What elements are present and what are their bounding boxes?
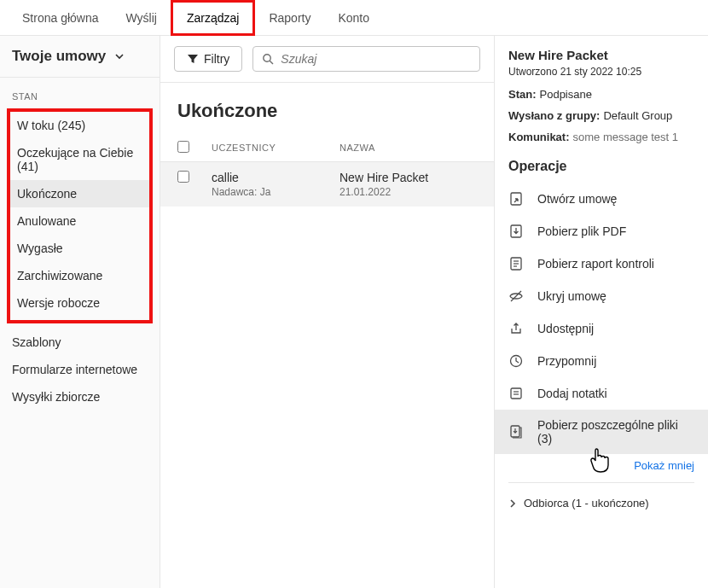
row-participant: callie — [212, 171, 339, 184]
op-label: Pobierz raport kontroli — [537, 257, 654, 271]
center-toolbar: Filtry — [160, 36, 494, 83]
message-value: some message test 1 — [573, 131, 679, 143]
col-header-name: NAZWA — [339, 143, 477, 153]
sidebar-templates[interactable]: Szablony — [0, 329, 160, 356]
chevron-down-icon — [114, 51, 125, 61]
stan-section-label: STAN — [0, 78, 160, 108]
hide-icon — [508, 288, 524, 304]
status-archived[interactable]: Zarchiwizowane — [10, 262, 149, 289]
right-panel: New Hire Packet Utworzono 21 sty 2022 10… — [495, 36, 708, 588]
op-add-notes[interactable]: Dodaj notatki — [495, 377, 708, 410]
op-download-pdf[interactable]: Pobierz plik PDF — [495, 215, 708, 247]
op-label: Otwórz umowę — [537, 192, 617, 206]
nav-home[interactable]: Strona główna — [9, 3, 113, 33]
sidebar-title: Twoje umowy — [12, 48, 106, 65]
group-label: Wysłano z grupy: — [508, 109, 600, 122]
row-sender: Nadawca: Ja — [212, 186, 339, 198]
search-icon — [262, 53, 274, 65]
nav-reports[interactable]: Raporty — [255, 3, 324, 33]
operations-title: Operacje — [508, 159, 694, 174]
svg-line-8 — [511, 291, 521, 301]
status-cancelled[interactable]: Anulowane — [10, 207, 149, 235]
top-nav: Strona główna Wyślij Zarządzaj Raporty K… — [0, 0, 708, 36]
show-less-link[interactable]: Pokaż mniej — [508, 454, 694, 474]
recipient-row[interactable]: Odbiorca (1 - ukończone) — [508, 482, 694, 523]
remind-icon — [508, 353, 524, 369]
op-remind[interactable]: Przypomnij — [495, 345, 708, 377]
filter-label: Filtry — [204, 52, 229, 66]
filter-button[interactable]: Filtry — [174, 46, 242, 72]
op-download-files[interactable]: Pobierz poszczególne pliki (3) — [495, 410, 708, 454]
nav-manage[interactable]: Zarządzaj — [171, 0, 255, 36]
row-name: New Hire Packet — [339, 171, 477, 184]
agreement-title: New Hire Packet — [508, 48, 694, 62]
search-wrap — [252, 46, 480, 72]
status-expired[interactable]: Wygasłe — [10, 235, 149, 262]
op-label: Dodaj notatki — [537, 387, 607, 400]
audit-report-icon — [508, 256, 524, 271]
download-pdf-icon — [508, 224, 524, 239]
message-row: Komunikat:some message test 1 — [508, 131, 694, 143]
row-date: 21.01.2022 — [339, 186, 477, 198]
op-download-audit[interactable]: Pobierz raport kontroli — [495, 247, 708, 280]
sidebar: Twoje umowy STAN W toku (245) Oczekujące… — [0, 36, 160, 588]
filter-icon — [187, 53, 199, 65]
svg-point-0 — [264, 55, 270, 61]
share-icon — [508, 321, 524, 336]
op-label: Pobierz poszczególne pliki (3) — [537, 418, 694, 445]
download-files-icon — [508, 424, 524, 440]
status-list-highlight: W toku (245) Oczekujące na Ciebie (41) U… — [7, 108, 153, 323]
col-header-participants: UCZESTNICY — [212, 143, 339, 153]
recipient-label: Odbiorca (1 - ukończone) — [524, 497, 649, 509]
op-label: Udostępnij — [537, 322, 594, 335]
stan-value: Podpisane — [540, 88, 592, 101]
select-all-checkbox[interactable] — [177, 141, 189, 153]
agreements-dropdown[interactable]: Twoje umowy — [0, 36, 160, 78]
center-content: Filtry Ukończone UCZESTNICY NAZWA callie… — [160, 36, 495, 588]
op-share[interactable]: Udostępnij — [495, 312, 708, 345]
svg-rect-10 — [511, 388, 521, 399]
status-waiting-for-you[interactable]: Oczekujące na Ciebie (41) — [10, 139, 149, 180]
search-input[interactable] — [281, 52, 471, 66]
svg-line-1 — [270, 61, 274, 64]
table-header: UCZESTNICY NAZWA — [160, 134, 494, 162]
status-drafts[interactable]: Wersje robocze — [10, 289, 149, 317]
center-title: Ukończone — [160, 83, 494, 134]
notes-icon — [508, 386, 524, 401]
table-row[interactable]: callie Nadawca: Ja New Hire Packet 21.01… — [160, 162, 494, 207]
created-label: Utworzono 21 sty 2022 10:25 — [508, 66, 694, 78]
op-label: Pobierz plik PDF — [537, 224, 626, 238]
stan-row: Stan:Podpisane — [508, 88, 694, 101]
op-label: Ukryj umowę — [537, 289, 606, 303]
nav-account[interactable]: Konto — [324, 3, 383, 33]
message-label: Komunikat: — [508, 131, 570, 143]
group-row: Wysłano z grupy:Default Group — [508, 109, 694, 122]
stan-label: Stan: — [508, 88, 537, 101]
row-checkbox[interactable] — [177, 171, 189, 183]
group-value: Default Group — [603, 109, 672, 122]
nav-send[interactable]: Wyślij — [113, 3, 171, 33]
status-in-progress[interactable]: W toku (245) — [10, 112, 149, 139]
op-label: Przypomnij — [537, 354, 596, 368]
op-open-agreement[interactable]: Otwórz umowę — [495, 183, 708, 215]
status-completed[interactable]: Ukończone — [10, 180, 149, 207]
chevron-right-icon — [508, 499, 517, 508]
open-icon — [508, 191, 524, 207]
op-hide-agreement[interactable]: Ukryj umowę — [495, 280, 708, 312]
sidebar-webforms[interactable]: Formularze internetowe — [0, 356, 160, 383]
sidebar-bulk-send[interactable]: Wysyłki zbiorcze — [0, 383, 160, 410]
